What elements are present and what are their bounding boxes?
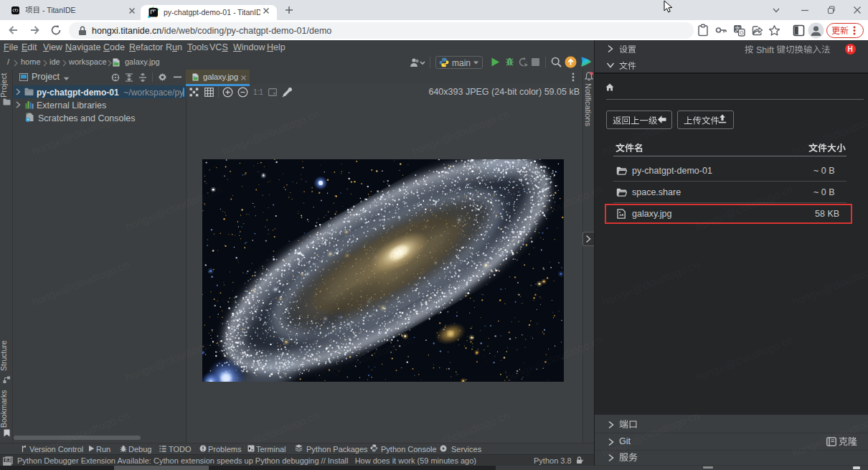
svg-text:Shift: Shift [753,44,776,55]
svg-text:- TitanIDE: - TitanIDE [40,6,75,14]
svg-text:G: G [740,29,744,36]
